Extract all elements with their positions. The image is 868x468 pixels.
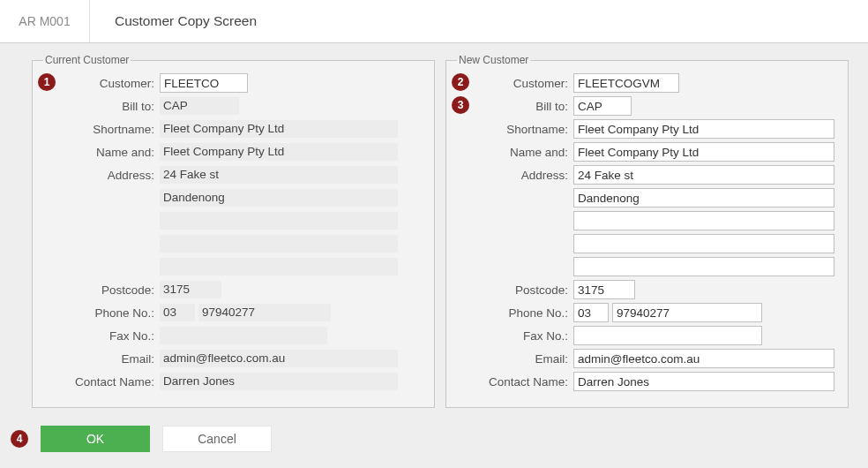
current-address3-value [160,212,398,230]
label-new-postcode: Postcode: [457,283,573,297]
new-shortname-input[interactable] [573,119,834,139]
label-email: Email: [43,352,160,366]
titlebar: AR M001 Customer Copy Screen [0,0,868,43]
screen-title: Customer Copy Screen [90,13,257,29]
new-fax-input[interactable] [573,326,762,345]
label-nameand: Name and: [43,146,160,159]
current-address4-value [160,235,398,253]
current-postcode-value: 3175 [160,281,221,298]
label-new-shortname: Shortname: [457,123,573,136]
current-phone-area-value: 03 [160,304,195,321]
current-customer-input[interactable] [160,73,248,93]
label-postcode: Postcode: [43,283,160,297]
current-address2-value: Dandenong [160,189,398,207]
new-phone-num-input[interactable] [612,303,762,322]
new-postcode-input[interactable] [573,280,635,299]
callout-3: 3 [452,96,469,114]
label-new-email: Email: [457,352,573,366]
new-address3-input[interactable] [573,211,834,230]
cancel-button[interactable]: Cancel [162,426,272,452]
label-new-billto: Bill to: [457,100,573,113]
current-address1-value: 24 Fake st [160,166,398,184]
label-new-fax: Fax No.: [457,329,573,343]
current-email-value: admin@fleetco.com.au [160,350,398,367]
new-billto-input[interactable] [573,96,632,116]
current-fax-value [160,327,327,344]
new-customer-input[interactable] [573,73,679,93]
current-address5-value [160,258,398,276]
label-contact: Contact Name: [43,375,160,389]
current-billto-value: CAP [160,97,239,115]
label-address: Address: [43,169,160,182]
label-fax: Fax No.: [43,329,160,343]
new-address4-input[interactable] [573,234,834,253]
ok-button[interactable]: OK [41,426,150,452]
label-new-address: Address: [457,169,573,182]
label-new-customer: Customer: [457,77,573,90]
callout-2: 2 [452,73,469,91]
label-new-contact: Contact Name: [457,375,573,389]
fieldset-new-customer: New Customer 2 Customer: 3 Bill to: Shor… [445,54,849,408]
new-nameand-input[interactable] [573,142,834,162]
current-nameand-value: Fleet Company Pty Ltd [160,143,398,161]
new-email-input[interactable] [573,349,834,368]
screen-code: AR M001 [0,0,90,42]
current-shortname-value: Fleet Company Pty Ltd [160,120,398,138]
current-contact-value: Darren Jones [160,373,398,390]
new-phone-area-input[interactable] [573,303,609,322]
new-contact-input[interactable] [573,372,834,391]
label-customer: Customer: [43,77,160,90]
label-new-phone: Phone No.: [457,306,573,320]
fieldset-current-customer: Current Customer 1 Customer: Bill to: CA… [32,54,435,408]
legend-current: Current Customer [43,54,131,66]
label-new-nameand: Name and: [457,146,573,159]
callout-1: 1 [38,73,56,91]
new-address2-input[interactable] [573,188,834,208]
label-shortname: Shortname: [43,123,160,136]
new-address1-input[interactable] [573,165,834,185]
label-phone: Phone No.: [43,306,160,320]
label-billto: Bill to: [43,100,160,113]
current-phone-num-value: 97940277 [198,304,331,321]
callout-4: 4 [11,430,28,448]
legend-new: New Customer [457,54,530,66]
new-address5-input[interactable] [573,257,834,276]
